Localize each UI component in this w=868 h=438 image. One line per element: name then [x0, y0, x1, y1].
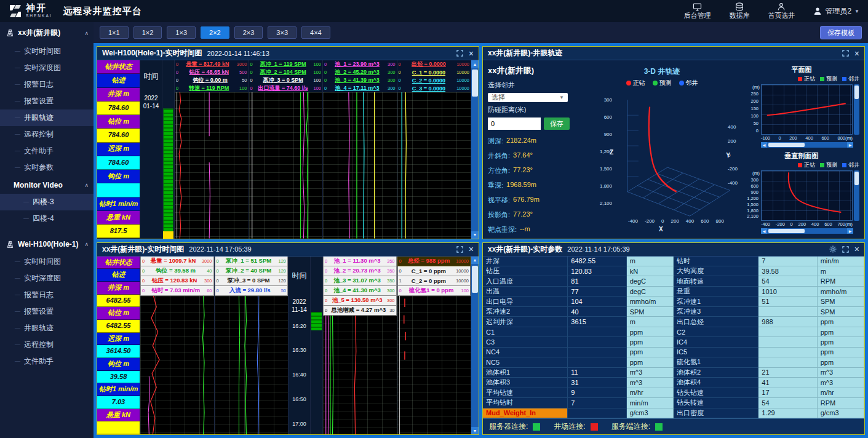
panel-vertical-scrollbar[interactable]: ▲ ▼: [471, 60, 479, 239]
param-value: [759, 307, 817, 317]
expand-icon[interactable]: [842, 246, 849, 253]
neighbor-well-select[interactable]: 选择 ▼: [488, 93, 568, 102]
sidebar-item[interactable]: 文件助手: [0, 143, 94, 159]
tick-label: 16:30: [292, 347, 306, 353]
sidebar-item[interactable]: 实时时间图: [0, 253, 94, 270]
legend-swatch-icon: [842, 163, 846, 167]
drill-state-column: [311, 257, 323, 435]
trajectory-stat: 靶点垂深:--m: [488, 225, 580, 234]
param-column: 钻井状态钻进井深 m6482.55钻位 m6482.55迟深 m3614.50钩…: [97, 257, 140, 435]
vertical-section-plot: [761, 170, 853, 221]
nav-database[interactable]: 数据库: [729, 2, 749, 19]
param-cell: 钩位 m: [97, 358, 140, 371]
scroll-down-icon[interactable]: ▼: [471, 427, 479, 434]
sidebar-well-1[interactable]: xx井(新井眼) ∧: [0, 22, 94, 43]
sidebar-item[interactable]: 井眼轨迹: [0, 110, 94, 126]
param-name: 钻头钻速: [674, 388, 759, 398]
sidebar-well-2[interactable]: Wei-H100(Hole-1) ∧: [0, 234, 94, 253]
layout-button-5[interactable]: 3×3: [268, 26, 297, 39]
collision-distance-input[interactable]: [488, 117, 541, 130]
layout-button-4[interactable]: 2×3: [234, 26, 263, 39]
param-unit: ppm: [627, 337, 674, 347]
tick-label: 150: [751, 106, 759, 111]
param-value: 6482.55: [568, 257, 626, 266]
param-name: IC5: [674, 348, 759, 357]
close-icon[interactable]: ×: [854, 245, 859, 253]
close-icon[interactable]: ×: [469, 245, 474, 253]
param-value: [568, 327, 626, 337]
scrollbar-thumb[interactable]: [472, 70, 478, 97]
param-name: NC4: [483, 348, 568, 357]
sidebar-item[interactable]: 实时时间图: [0, 43, 94, 60]
layout-button-6[interactable]: 4×4: [301, 26, 330, 39]
tick-label: 400: [686, 218, 694, 224]
param-value: [568, 348, 626, 357]
timelog-body: 钻井状态钻进井深 m784.60钻位 m784.60迟深 m784.60钩位 m…: [97, 60, 479, 239]
plan-horizontal-scrollbar[interactable]: ◀▶: [761, 142, 853, 148]
tick-label: 600: [701, 218, 709, 224]
panel-timestamp: 2022-11-14 17:05:39: [189, 245, 251, 253]
close-icon[interactable]: ×: [854, 49, 859, 58]
layout-button-2[interactable]: 1×3: [167, 26, 196, 39]
track-pits: 0池_1 = 23.90 m^33000池_2 = 45.20 m^33000池…: [323, 60, 397, 239]
expand-icon[interactable]: [456, 50, 463, 57]
tick-label: 800: [716, 218, 724, 224]
sidebar-item[interactable]: 实时深度图: [0, 270, 94, 287]
trajectory-legend: 正钻预测邻井: [626, 79, 698, 87]
sidebar-item[interactable]: 文件助手: [0, 353, 94, 370]
sidebar-item[interactable]: 报警日志: [0, 76, 94, 93]
sidebar-item[interactable]: 远程控制: [0, 126, 94, 143]
section-vertical-scrollbar[interactable]: [854, 170, 859, 221]
panel-vertical-scrollbar[interactable]: ▲ ▼: [471, 257, 479, 435]
curve-header: 0出烃 = 0.000010000: [397, 60, 471, 68]
track-chart: [249, 92, 323, 239]
sidebar-item[interactable]: 实时参数: [0, 159, 94, 176]
sidebar-monitor-video[interactable]: Monitor Video ∧: [0, 176, 94, 194]
sidebar-item[interactable]: 实时深度图: [0, 60, 94, 76]
param-unit: degC: [627, 276, 674, 286]
layout-button-0[interactable]: 1×1: [100, 26, 129, 39]
gear-icon[interactable]: [829, 245, 837, 253]
plan-view-plot: [761, 84, 853, 135]
sidebar-item[interactable]: 报警设置: [0, 93, 94, 110]
timelog-body: 钻井状态钻进井深 m6482.55钻位 m6482.55迟深 m3614.50钩…: [97, 257, 479, 435]
param-value: 54: [759, 276, 817, 286]
scroll-down-icon[interactable]: ▼: [471, 231, 479, 239]
sidebar-item[interactable]: 远程控制: [0, 336, 94, 353]
z-axis-label: Z: [610, 149, 613, 156]
layout-button-1[interactable]: 1×2: [133, 26, 162, 39]
save-template-button[interactable]: 保存模板: [820, 26, 862, 39]
scroll-up-icon[interactable]: ▲: [471, 257, 479, 264]
param-cell: 钻位 m: [97, 115, 140, 129]
nav-home-well-select[interactable]: 首页选井: [768, 2, 795, 19]
param-cell: 784.60: [97, 129, 140, 142]
param-unit: g/cm3: [627, 408, 674, 418]
tick-label: 200: [789, 135, 797, 141]
save-distance-button[interactable]: 保存: [544, 117, 570, 130]
param-value: 31: [568, 378, 626, 388]
scroll-up-icon[interactable]: ▲: [471, 60, 479, 68]
close-icon[interactable]: ×: [469, 49, 474, 58]
param-name: C3: [483, 337, 568, 347]
curve-header: 0入流 = 29.80 l/s50: [215, 286, 289, 296]
sidebar-item[interactable]: 井眼轨迹: [0, 320, 94, 336]
plan-vertical-scrollbar[interactable]: [854, 84, 859, 135]
expand-icon[interactable]: [842, 50, 849, 57]
param-value: 81: [568, 276, 626, 286]
time-column-date: 202211-14: [289, 296, 310, 316]
expand-icon[interactable]: [456, 246, 463, 253]
well-select-icon: [777, 2, 786, 11]
sidebar-item[interactable]: 四楼-4: [0, 210, 94, 227]
section-horizontal-scrollbar[interactable]: ◀▶: [761, 228, 853, 234]
param-cell: 钻井状态: [97, 60, 140, 74]
sidebar-item[interactable]: 报警日志: [0, 287, 94, 303]
track-chart: [175, 92, 249, 239]
param-name: 平均钻速: [483, 388, 568, 398]
sidebar-item[interactable]: 四楼-3: [0, 194, 94, 210]
user-menu[interactable]: 管理员2 ▼: [813, 6, 859, 17]
curve-header: 0泵冲_2 = 40 SPM120: [215, 266, 289, 276]
scrollbar-thumb[interactable]: [472, 266, 478, 293]
nav-admin[interactable]: 后台管理: [683, 3, 711, 19]
sidebar-item[interactable]: 报警设置: [0, 303, 94, 320]
layout-button-3[interactable]: 2×2: [201, 26, 229, 39]
